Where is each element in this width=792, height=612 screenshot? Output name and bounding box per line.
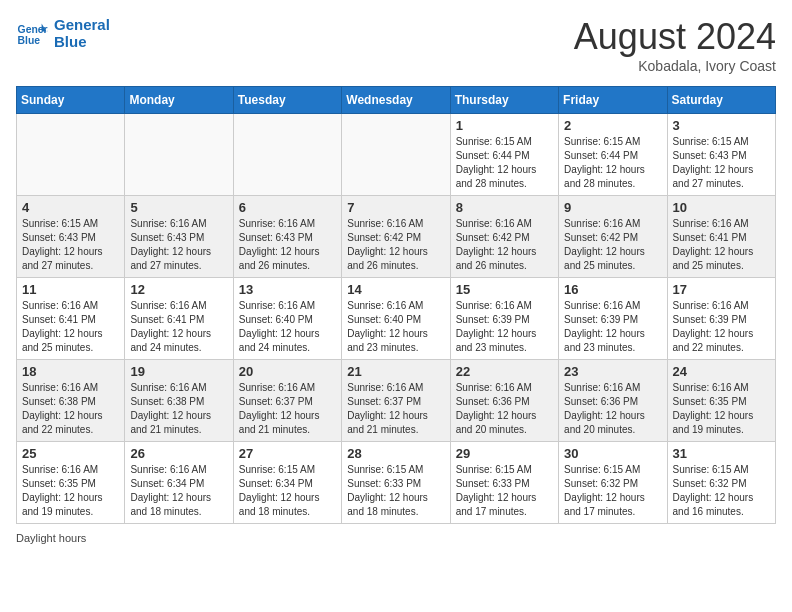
- week-row-3: 11Sunrise: 6:16 AM Sunset: 6:41 PM Dayli…: [17, 278, 776, 360]
- day-number: 22: [456, 364, 553, 379]
- location-subtitle: Kobadala, Ivory Coast: [574, 58, 776, 74]
- day-info: Sunrise: 6:16 AM Sunset: 6:42 PM Dayligh…: [564, 217, 661, 273]
- logo-line2: Blue: [54, 33, 110, 50]
- day-number: 24: [673, 364, 770, 379]
- calendar-cell: 16Sunrise: 6:16 AM Sunset: 6:39 PM Dayli…: [559, 278, 667, 360]
- day-number: 3: [673, 118, 770, 133]
- header-tuesday: Tuesday: [233, 87, 341, 114]
- calendar-cell: 9Sunrise: 6:16 AM Sunset: 6:42 PM Daylig…: [559, 196, 667, 278]
- title-block: August 2024 Kobadala, Ivory Coast: [574, 16, 776, 74]
- calendar-cell: 6Sunrise: 6:16 AM Sunset: 6:43 PM Daylig…: [233, 196, 341, 278]
- day-info: Sunrise: 6:15 AM Sunset: 6:43 PM Dayligh…: [22, 217, 119, 273]
- day-number: 17: [673, 282, 770, 297]
- day-info: Sunrise: 6:16 AM Sunset: 6:40 PM Dayligh…: [239, 299, 336, 355]
- header-saturday: Saturday: [667, 87, 775, 114]
- calendar-cell: 14Sunrise: 6:16 AM Sunset: 6:40 PM Dayli…: [342, 278, 450, 360]
- week-row-1: 1Sunrise: 6:15 AM Sunset: 6:44 PM Daylig…: [17, 114, 776, 196]
- month-title: August 2024: [574, 16, 776, 58]
- header-sunday: Sunday: [17, 87, 125, 114]
- day-info: Sunrise: 6:16 AM Sunset: 6:41 PM Dayligh…: [130, 299, 227, 355]
- calendar-cell: [17, 114, 125, 196]
- day-info: Sunrise: 6:16 AM Sunset: 6:35 PM Dayligh…: [22, 463, 119, 519]
- day-info: Sunrise: 6:16 AM Sunset: 6:38 PM Dayligh…: [130, 381, 227, 437]
- week-row-5: 25Sunrise: 6:16 AM Sunset: 6:35 PM Dayli…: [17, 442, 776, 524]
- logo-icon: General Blue: [16, 17, 48, 49]
- day-number: 27: [239, 446, 336, 461]
- calendar-cell: 7Sunrise: 6:16 AM Sunset: 6:42 PM Daylig…: [342, 196, 450, 278]
- day-number: 7: [347, 200, 444, 215]
- day-info: Sunrise: 6:16 AM Sunset: 6:35 PM Dayligh…: [673, 381, 770, 437]
- day-info: Sunrise: 6:16 AM Sunset: 6:41 PM Dayligh…: [673, 217, 770, 273]
- day-number: 26: [130, 446, 227, 461]
- day-number: 8: [456, 200, 553, 215]
- calendar-cell: 30Sunrise: 6:15 AM Sunset: 6:32 PM Dayli…: [559, 442, 667, 524]
- day-info: Sunrise: 6:16 AM Sunset: 6:43 PM Dayligh…: [130, 217, 227, 273]
- day-number: 15: [456, 282, 553, 297]
- day-number: 12: [130, 282, 227, 297]
- day-info: Sunrise: 6:16 AM Sunset: 6:34 PM Dayligh…: [130, 463, 227, 519]
- calendar-cell: 5Sunrise: 6:16 AM Sunset: 6:43 PM Daylig…: [125, 196, 233, 278]
- calendar-cell: [342, 114, 450, 196]
- calendar-cell: 8Sunrise: 6:16 AM Sunset: 6:42 PM Daylig…: [450, 196, 558, 278]
- calendar-cell: 21Sunrise: 6:16 AM Sunset: 6:37 PM Dayli…: [342, 360, 450, 442]
- calendar-cell: 12Sunrise: 6:16 AM Sunset: 6:41 PM Dayli…: [125, 278, 233, 360]
- calendar-cell: 20Sunrise: 6:16 AM Sunset: 6:37 PM Dayli…: [233, 360, 341, 442]
- calendar-cell: 31Sunrise: 6:15 AM Sunset: 6:32 PM Dayli…: [667, 442, 775, 524]
- day-number: 21: [347, 364, 444, 379]
- day-number: 2: [564, 118, 661, 133]
- day-number: 20: [239, 364, 336, 379]
- day-info: Sunrise: 6:16 AM Sunset: 6:37 PM Dayligh…: [347, 381, 444, 437]
- calendar-cell: 24Sunrise: 6:16 AM Sunset: 6:35 PM Dayli…: [667, 360, 775, 442]
- day-number: 13: [239, 282, 336, 297]
- day-info: Sunrise: 6:16 AM Sunset: 6:43 PM Dayligh…: [239, 217, 336, 273]
- svg-text:Blue: Blue: [18, 35, 41, 46]
- week-row-4: 18Sunrise: 6:16 AM Sunset: 6:38 PM Dayli…: [17, 360, 776, 442]
- header-thursday: Thursday: [450, 87, 558, 114]
- calendar-cell: 22Sunrise: 6:16 AM Sunset: 6:36 PM Dayli…: [450, 360, 558, 442]
- week-row-2: 4Sunrise: 6:15 AM Sunset: 6:43 PM Daylig…: [17, 196, 776, 278]
- day-info: Sunrise: 6:16 AM Sunset: 6:39 PM Dayligh…: [564, 299, 661, 355]
- day-number: 9: [564, 200, 661, 215]
- day-number: 1: [456, 118, 553, 133]
- day-info: Sunrise: 6:15 AM Sunset: 6:43 PM Dayligh…: [673, 135, 770, 191]
- calendar-cell: 3Sunrise: 6:15 AM Sunset: 6:43 PM Daylig…: [667, 114, 775, 196]
- calendar-cell: 29Sunrise: 6:15 AM Sunset: 6:33 PM Dayli…: [450, 442, 558, 524]
- day-number: 31: [673, 446, 770, 461]
- day-info: Sunrise: 6:16 AM Sunset: 6:39 PM Dayligh…: [456, 299, 553, 355]
- day-info: Sunrise: 6:15 AM Sunset: 6:33 PM Dayligh…: [347, 463, 444, 519]
- calendar-cell: [233, 114, 341, 196]
- footer-note: Daylight hours: [16, 532, 776, 544]
- calendar-cell: 23Sunrise: 6:16 AM Sunset: 6:36 PM Dayli…: [559, 360, 667, 442]
- logo: General Blue General Blue: [16, 16, 110, 50]
- day-info: Sunrise: 6:15 AM Sunset: 6:33 PM Dayligh…: [456, 463, 553, 519]
- calendar-cell: 18Sunrise: 6:16 AM Sunset: 6:38 PM Dayli…: [17, 360, 125, 442]
- day-number: 11: [22, 282, 119, 297]
- calendar-cell: 13Sunrise: 6:16 AM Sunset: 6:40 PM Dayli…: [233, 278, 341, 360]
- day-number: 6: [239, 200, 336, 215]
- day-number: 16: [564, 282, 661, 297]
- calendar-cell: 26Sunrise: 6:16 AM Sunset: 6:34 PM Dayli…: [125, 442, 233, 524]
- calendar-cell: 28Sunrise: 6:15 AM Sunset: 6:33 PM Dayli…: [342, 442, 450, 524]
- day-number: 18: [22, 364, 119, 379]
- day-number: 5: [130, 200, 227, 215]
- day-info: Sunrise: 6:16 AM Sunset: 6:42 PM Dayligh…: [347, 217, 444, 273]
- calendar-cell: 27Sunrise: 6:15 AM Sunset: 6:34 PM Dayli…: [233, 442, 341, 524]
- day-info: Sunrise: 6:16 AM Sunset: 6:41 PM Dayligh…: [22, 299, 119, 355]
- day-info: Sunrise: 6:16 AM Sunset: 6:40 PM Dayligh…: [347, 299, 444, 355]
- logo-line1: General: [54, 16, 110, 33]
- day-info: Sunrise: 6:15 AM Sunset: 6:32 PM Dayligh…: [564, 463, 661, 519]
- day-info: Sunrise: 6:15 AM Sunset: 6:44 PM Dayligh…: [456, 135, 553, 191]
- calendar-cell: 2Sunrise: 6:15 AM Sunset: 6:44 PM Daylig…: [559, 114, 667, 196]
- day-info: Sunrise: 6:16 AM Sunset: 6:37 PM Dayligh…: [239, 381, 336, 437]
- day-info: Sunrise: 6:16 AM Sunset: 6:42 PM Dayligh…: [456, 217, 553, 273]
- day-number: 23: [564, 364, 661, 379]
- day-info: Sunrise: 6:15 AM Sunset: 6:44 PM Dayligh…: [564, 135, 661, 191]
- day-info: Sunrise: 6:16 AM Sunset: 6:38 PM Dayligh…: [22, 381, 119, 437]
- calendar-cell: 10Sunrise: 6:16 AM Sunset: 6:41 PM Dayli…: [667, 196, 775, 278]
- day-number: 30: [564, 446, 661, 461]
- day-number: 28: [347, 446, 444, 461]
- day-number: 4: [22, 200, 119, 215]
- calendar-cell: 1Sunrise: 6:15 AM Sunset: 6:44 PM Daylig…: [450, 114, 558, 196]
- day-info: Sunrise: 6:16 AM Sunset: 6:39 PM Dayligh…: [673, 299, 770, 355]
- day-number: 25: [22, 446, 119, 461]
